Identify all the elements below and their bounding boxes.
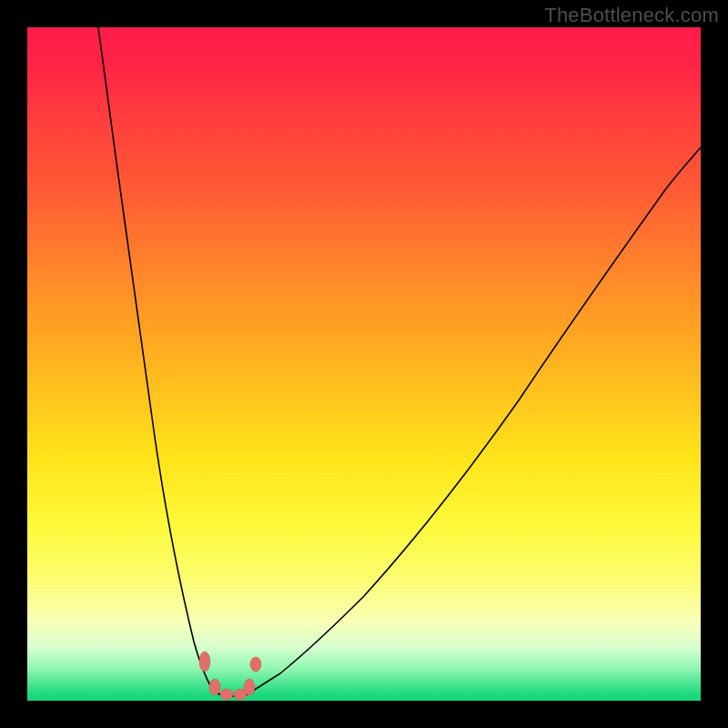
plot-area [27, 27, 701, 701]
curve-left-branch [98, 27, 214, 692]
valley-marker [244, 679, 255, 695]
valley-marker [220, 689, 233, 700]
valley-marker [199, 652, 210, 672]
curve-right-branch [246, 147, 701, 695]
valley-markers [199, 652, 261, 700]
valley-marker [250, 657, 261, 672]
bottleneck-curve [27, 27, 701, 701]
chart-frame: TheBottleneck.com [0, 0, 728, 728]
watermark-text: TheBottleneck.com [544, 4, 719, 27]
valley-marker [209, 679, 220, 695]
